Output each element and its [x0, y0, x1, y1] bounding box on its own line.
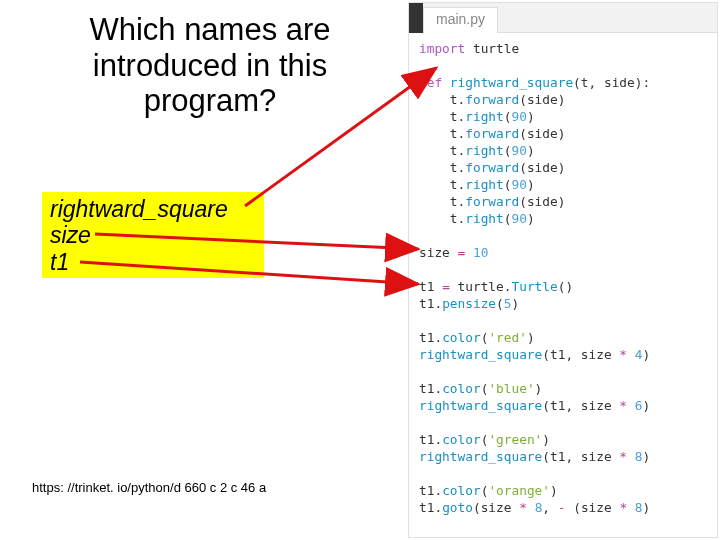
question-title: Which names are introduced in this progr… — [30, 12, 390, 119]
mod-turtle: turtle — [465, 41, 519, 56]
editor-tab-main[interactable]: main.py — [423, 7, 498, 33]
kw-def: def — [419, 75, 450, 90]
name-rightward-square: rightward_square — [50, 196, 256, 222]
kw-import: import — [419, 41, 465, 56]
source-url: https: //trinket. io/python/d 660 c 2 c … — [32, 480, 266, 495]
def-name: rightward_square — [450, 75, 573, 90]
assign-size: size — [419, 245, 458, 260]
code-area: import turtle def rightward_square(t, si… — [409, 33, 717, 516]
assign-t1: t1 — [419, 279, 442, 294]
code-editor: main.py import turtle def rightward_squa… — [408, 2, 718, 538]
editor-tab-bar: main.py — [409, 3, 717, 33]
tab-dark-edge — [409, 3, 423, 33]
names-highlight-box: rightward_square size t1 — [42, 192, 264, 278]
name-size: size — [50, 222, 256, 248]
name-t1: t1 — [50, 249, 256, 275]
question-pane: Which names are introduced in this progr… — [0, 0, 408, 540]
